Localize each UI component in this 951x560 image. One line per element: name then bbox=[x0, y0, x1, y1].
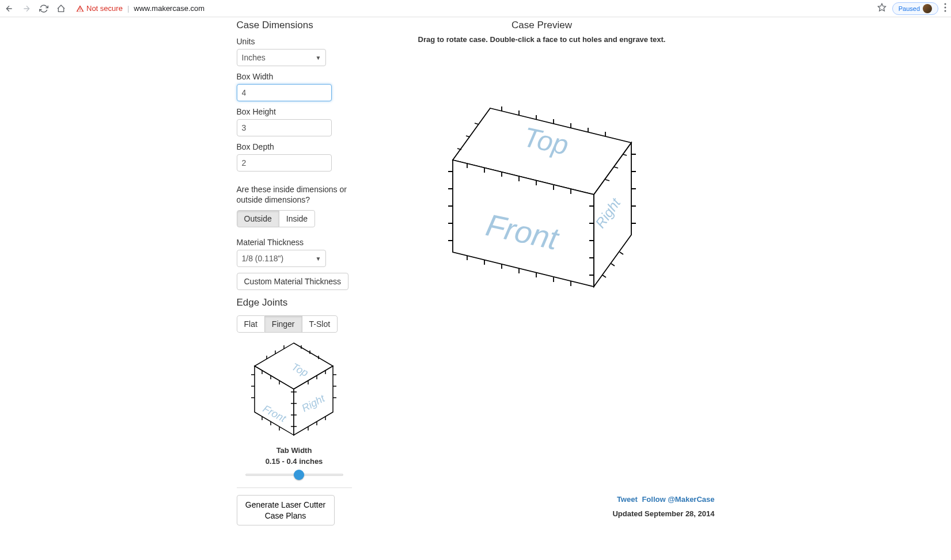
forward-icon[interactable] bbox=[22, 4, 31, 13]
tab-width-range: 0.15 - 0.4 inches bbox=[266, 457, 323, 466]
finger-button[interactable]: Finger bbox=[265, 315, 302, 333]
bookmark-star-icon[interactable] bbox=[877, 3, 886, 14]
outside-button[interactable]: Outside bbox=[237, 210, 279, 227]
case-dimensions-title: Case Dimensions bbox=[237, 20, 352, 31]
box-height-input[interactable] bbox=[237, 119, 332, 136]
svg-point-1 bbox=[945, 3, 946, 5]
thickness-select[interactable]: 1/8 (0.118") bbox=[237, 250, 326, 267]
case-preview-title: Case Preview bbox=[369, 20, 715, 31]
svg-point-3 bbox=[945, 10, 946, 12]
joint-preview-cube: Top Front Right bbox=[244, 337, 344, 444]
box-depth-label: Box Depth bbox=[237, 142, 352, 151]
svg-point-2 bbox=[945, 7, 946, 9]
box-depth-input[interactable] bbox=[237, 154, 332, 172]
menu-dots-icon[interactable] bbox=[944, 3, 946, 14]
separator bbox=[237, 487, 352, 488]
inside-button[interactable]: Inside bbox=[279, 210, 315, 227]
tweet-link[interactable]: Tweet bbox=[617, 495, 638, 504]
url-separator: | bbox=[127, 4, 129, 13]
units-label: Units bbox=[237, 37, 352, 46]
inside-outside-label: Are these inside dimensions or outside d… bbox=[237, 184, 352, 205]
custom-thickness-button[interactable]: Custom Material Thickness bbox=[237, 273, 349, 290]
tab-width-slider[interactable] bbox=[245, 469, 343, 481]
joint-preview: Top Front Right Tab Width 0.15 - 0.4 inc… bbox=[237, 337, 352, 481]
security-warning-icon: Not secure bbox=[76, 4, 123, 13]
flat-button[interactable]: Flat bbox=[237, 315, 265, 333]
tslot-button[interactable]: T-Slot bbox=[302, 315, 338, 333]
preview-panel: Case Preview Drag to rotate case. Double… bbox=[369, 20, 715, 493]
reload-icon[interactable] bbox=[39, 4, 48, 13]
thickness-label: Material Thickness bbox=[237, 238, 352, 247]
case-preview-canvas[interactable]: Top Front Right bbox=[369, 51, 715, 350]
updated-label: Updated September 28, 2014 bbox=[612, 509, 714, 518]
units-select[interactable]: Inches bbox=[237, 49, 326, 66]
back-icon[interactable] bbox=[5, 4, 14, 13]
case-preview-hint: Drag to rotate case. Double-click a face… bbox=[392, 35, 692, 45]
edge-joints-title: Edge Joints bbox=[237, 297, 352, 308]
box-width-label: Box Width bbox=[237, 72, 352, 81]
inside-outside-toggle: Outside Inside bbox=[237, 210, 316, 227]
url-text: www.makercase.com bbox=[134, 4, 204, 13]
box-height-label: Box Height bbox=[237, 107, 352, 116]
not-secure-label: Not secure bbox=[86, 4, 123, 13]
tab-width-label: Tab Width bbox=[276, 446, 312, 455]
address-bar[interactable]: Not secure | www.makercase.com bbox=[70, 1, 873, 17]
follow-link[interactable]: Follow @MakerCase bbox=[642, 495, 714, 504]
profile-paused-pill[interactable]: Paused bbox=[892, 2, 938, 15]
svg-marker-0 bbox=[878, 3, 885, 11]
twitter-links: Tweet Follow @MakerCase bbox=[612, 495, 714, 504]
box-width-input[interactable] bbox=[237, 84, 332, 101]
controls-panel: Case Dimensions Units Inches ▼ Box Width… bbox=[237, 20, 352, 493]
home-icon[interactable] bbox=[56, 4, 66, 13]
footer: Generate Laser Cutter Case Plans Tweet F… bbox=[237, 495, 715, 525]
edge-joints-toggle: Flat Finger T-Slot bbox=[237, 315, 338, 333]
generate-plans-button[interactable]: Generate Laser Cutter Case Plans bbox=[237, 495, 335, 525]
avatar-icon bbox=[923, 4, 932, 13]
browser-toolbar: Not secure | www.makercase.com Paused bbox=[0, 0, 951, 17]
paused-label: Paused bbox=[899, 5, 920, 12]
